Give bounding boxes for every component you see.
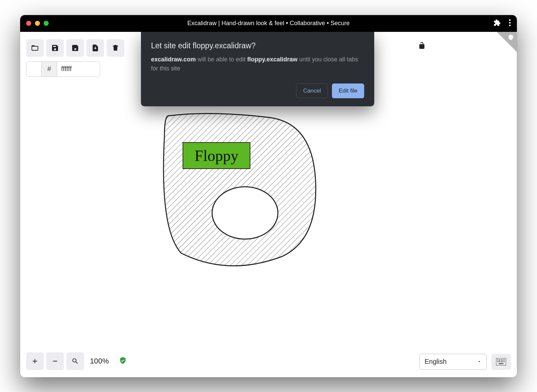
svg-rect-11	[504, 359, 505, 360]
keyboard-button[interactable]	[491, 354, 511, 370]
svg-rect-9	[501, 359, 502, 360]
svg-rect-15	[502, 361, 503, 362]
svg-rect-16	[504, 361, 505, 362]
svg-rect-12	[497, 361, 498, 362]
language-select[interactable]: English	[420, 354, 487, 370]
chevron-up-icon	[477, 358, 482, 366]
bottom-right-controls: English	[420, 354, 511, 370]
browser-menu-icon[interactable]	[509, 19, 511, 28]
svg-point-0	[509, 19, 511, 21]
app-window: Excalidraw | Hand-drawn look & feel • Co…	[20, 15, 517, 377]
dialog-filename: floppy.excalidraw	[247, 56, 298, 63]
svg-point-1	[509, 22, 511, 23]
cancel-button[interactable]: Cancel	[296, 83, 328, 98]
extensions-icon[interactable]	[493, 19, 501, 28]
minimize-window-button[interactable]	[35, 21, 40, 26]
floppy-label-text[interactable]: Floppy	[195, 147, 238, 164]
maximize-window-button[interactable]	[44, 21, 49, 26]
zoom-reset-button[interactable]	[66, 352, 84, 370]
svg-rect-17	[499, 363, 503, 364]
zoom-percent: 100%	[87, 357, 112, 366]
svg-rect-7	[497, 359, 498, 360]
dialog-site: excalidraw.com	[151, 56, 196, 63]
close-window-button[interactable]	[26, 21, 31, 26]
dialog-body: excalidraw.com will be able to edit flop…	[151, 55, 364, 74]
app-body: # Floppy Let s	[20, 32, 517, 377]
svg-point-2	[509, 24, 511, 26]
dialog-text-1: will be able to edit	[196, 56, 247, 63]
page-title: Excalidraw | Hand-drawn look & feel • Co…	[20, 20, 517, 27]
svg-rect-10	[502, 359, 503, 360]
dialog-title: Let site edit floppy.excalidraw?	[151, 41, 364, 50]
encryption-shield-icon[interactable]	[119, 356, 127, 366]
window-controls	[26, 21, 49, 26]
permission-dialog: Let site edit floppy.excalidraw? excalid…	[141, 32, 374, 107]
zoom-out-button[interactable]	[46, 352, 64, 370]
svg-rect-8	[499, 359, 500, 360]
zoom-in-button[interactable]	[26, 352, 44, 370]
language-selected: English	[425, 358, 447, 366]
titlebar: Excalidraw | Hand-drawn look & feel • Co…	[20, 15, 517, 32]
floppy-hole-shape[interactable]	[212, 187, 278, 239]
edit-file-button[interactable]: Edit file	[332, 83, 364, 98]
zoom-controls: 100%	[26, 352, 127, 370]
svg-rect-13	[499, 361, 500, 362]
svg-rect-14	[501, 361, 502, 362]
